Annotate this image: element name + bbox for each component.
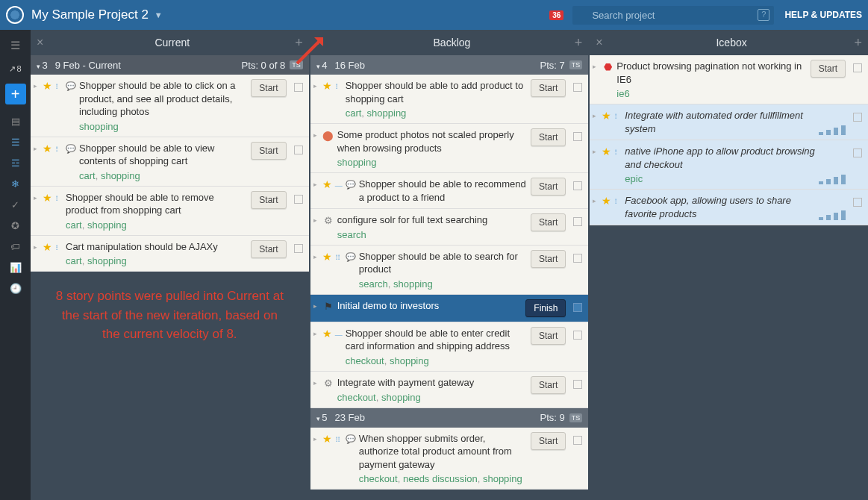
story-action-button[interactable]: Start — [531, 178, 566, 196]
search-input[interactable] — [572, 6, 774, 25]
expand-caret-icon[interactable]: ▸ — [593, 60, 599, 99]
expand-caret-icon[interactable]: ▸ — [313, 327, 319, 366]
story-checkbox[interactable] — [573, 380, 582, 389]
tag[interactable]: epic — [625, 173, 643, 184]
panel-add-icon[interactable]: + — [855, 35, 863, 51]
story-checkbox[interactable] — [294, 83, 303, 92]
expand-caret-icon[interactable]: ▸ — [593, 145, 599, 184]
expand-caret-icon[interactable]: ▸ — [34, 142, 40, 181]
expand-caret-icon[interactable]: ▸ — [313, 128, 319, 168]
sidebar-done-icon[interactable]: ✓ — [0, 194, 31, 215]
tag[interactable]: shopping — [367, 107, 407, 119]
story-checkbox[interactable] — [573, 254, 582, 263]
story-action-button[interactable]: Start — [251, 191, 286, 209]
tag[interactable]: shopping — [381, 392, 421, 403]
story-action-button[interactable]: Start — [531, 376, 566, 394]
tag[interactable]: cart — [66, 219, 82, 231]
story-row[interactable]: ▸★⠇Integrate with automated order fullfi… — [590, 104, 868, 140]
story-action-button[interactable]: Start — [531, 128, 566, 146]
panel-close-icon[interactable]: × — [316, 36, 323, 49]
velocity-indicator[interactable]: 8 — [0, 58, 31, 79]
tag[interactable]: shopping — [390, 355, 429, 366]
panel-add-icon[interactable]: + — [575, 35, 583, 51]
tag[interactable]: cart — [66, 255, 82, 266]
iteration-header[interactable]: 416 FebPts: 7TS — [310, 55, 589, 75]
story-row[interactable]: ▸★⠇Facebook app, allowing users to share… — [590, 190, 868, 225]
story-row[interactable]: ▸★—Shopper should be able to enter credi… — [310, 322, 589, 372]
hamburger-icon[interactable]: ☰ — [0, 33, 31, 58]
story-row[interactable]: ▸★⠿💬Shopper should be able to search for… — [310, 246, 589, 295]
tag[interactable]: shopping — [87, 219, 127, 231]
project-title[interactable]: My Sample Project 2 — [31, 7, 149, 22]
story-action-button[interactable]: Start — [251, 79, 286, 97]
story-checkbox[interactable] — [573, 217, 582, 226]
project-caret-icon[interactable]: ▼ — [154, 10, 163, 19]
expand-caret-icon[interactable]: ▸ — [593, 109, 599, 135]
panel-close-icon[interactable]: × — [37, 36, 43, 49]
sidebar-backlog-icon[interactable]: ☲ — [0, 152, 31, 173]
story-row[interactable]: ▸⬣Product browsing pagination not workin… — [590, 55, 868, 104]
story-checkbox[interactable] — [573, 331, 582, 340]
iteration-header[interactable]: 523 FebPts: 9TS — [310, 408, 589, 428]
tag[interactable]: shopping — [79, 121, 119, 132]
sidebar-current-icon[interactable]: ☰ — [0, 131, 31, 152]
tag[interactable]: shopping — [483, 473, 522, 484]
story-action-button[interactable]: Finish — [525, 299, 566, 317]
expand-caret-icon[interactable]: ▸ — [313, 376, 319, 403]
panel-close-icon[interactable]: × — [596, 36, 602, 49]
tag[interactable]: ie6 — [616, 88, 629, 99]
story-action-button[interactable]: Start — [531, 213, 566, 231]
story-action-button[interactable]: Start — [531, 79, 566, 97]
story-row[interactable]: ▸★⠿💬When shopper submits order, authoriz… — [310, 428, 589, 490]
tag[interactable]: search — [337, 229, 366, 240]
story-row[interactable]: ▸⬤Some product photos not scaled properl… — [310, 124, 589, 173]
story-row[interactable]: ▸★⠇Shopper should be able to add product… — [310, 75, 589, 124]
mini-estimate-bars[interactable] — [819, 116, 846, 135]
sidebar-icebox-icon[interactable]: ❄ — [0, 173, 31, 194]
story-checkbox[interactable] — [573, 181, 582, 190]
notification-badge[interactable]: 36 — [549, 10, 563, 20]
story-action-button[interactable]: Start — [251, 142, 286, 160]
story-row[interactable]: ▸★⠇Cart manipulation should be AJAXycart… — [31, 236, 309, 272]
tag[interactable]: shopping — [393, 278, 433, 290]
sidebar-labels-icon[interactable]: 🏷 — [0, 236, 31, 257]
expand-caret-icon[interactable]: ▸ — [593, 194, 599, 220]
tag[interactable]: checkout — [359, 473, 398, 484]
expand-caret-icon[interactable]: ▸ — [313, 79, 319, 119]
expand-caret-icon[interactable]: ▸ — [313, 299, 319, 317]
story-checkbox[interactable] — [573, 83, 582, 92]
tag[interactable]: shopping — [87, 255, 127, 266]
story-action-button[interactable]: Start — [531, 327, 566, 345]
tag[interactable]: cart — [79, 170, 96, 181]
story-action-button[interactable]: Start — [251, 240, 286, 258]
expand-caret-icon[interactable]: ▸ — [313, 432, 319, 485]
add-story-button[interactable]: + — [5, 84, 26, 104]
story-row[interactable]: ▸⚙configure solr for full text searching… — [310, 209, 589, 246]
tag[interactable]: search — [359, 278, 388, 290]
story-checkbox[interactable] — [853, 63, 862, 72]
story-checkbox[interactable] — [294, 146, 303, 154]
app-logo-icon[interactable] — [6, 6, 24, 24]
sidebar-epics-icon[interactable]: ✪ — [0, 215, 31, 236]
expand-caret-icon[interactable]: ▸ — [313, 213, 319, 240]
iteration-header[interactable]: 3 9 Feb - Current Pts: 0 of 8 TS — [31, 55, 309, 75]
story-row[interactable]: ▸★⠇💬Shopper should be able to click on a… — [31, 75, 309, 137]
story-row[interactable]: ▸⚙Integrate with payment gatewaycheckout… — [310, 372, 589, 408]
sidebar-charts-icon[interactable]: 📊 — [0, 257, 31, 278]
story-checkbox[interactable] — [573, 303, 582, 312]
story-checkbox[interactable] — [573, 436, 582, 445]
sidebar-panel-icon[interactable]: ▤ — [0, 110, 31, 131]
story-row[interactable]: ▸⚑Initial demo to investorsFinish — [310, 295, 589, 322]
tag[interactable]: cart — [346, 107, 362, 119]
expand-caret-icon[interactable]: ▸ — [34, 191, 40, 231]
story-checkbox[interactable] — [853, 198, 862, 207]
tag[interactable]: checkout — [337, 392, 376, 403]
mini-estimate-bars[interactable] — [819, 201, 846, 220]
tag[interactable]: shopping — [101, 170, 140, 181]
expand-caret-icon[interactable]: ▸ — [34, 79, 40, 132]
story-action-button[interactable]: Start — [811, 60, 846, 78]
story-checkbox[interactable] — [294, 244, 303, 253]
help-link[interactable]: HELP & UPDATES — [784, 10, 862, 20]
expand-caret-icon[interactable]: ▸ — [313, 250, 319, 290]
expand-caret-icon[interactable]: ▸ — [313, 178, 319, 204]
